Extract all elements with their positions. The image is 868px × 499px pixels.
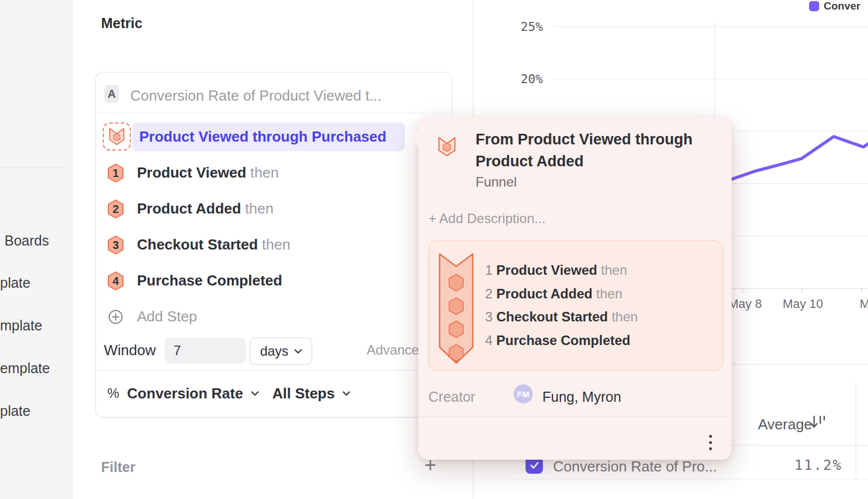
measure-type-dropdown[interactable]: Conversion Rate [127,385,243,402]
step-row-2[interactable]: Product Added then [137,200,273,217]
sort-descending-icon[interactable] [809,414,828,430]
step-3-badge: 3 [107,235,124,255]
creator-avatar: FM [514,384,533,403]
creator-name: Fung, Myron [542,389,621,405]
table-row-average-value: 11.2% [754,457,842,473]
steps-scope-dropdown[interactable]: All Steps [272,385,335,402]
selected-event-label: Product Viewed through Purchased [139,128,386,146]
left-config-panel: Metric A Conversion Rate of Product View… [73,0,473,499]
sidebar-item-template-4[interactable]: plate [0,403,30,419]
popover-title: From Product Viewed through Product Adde… [476,129,717,173]
metric-name[interactable]: Conversion Rate of Product Viewed t... [130,87,382,105]
chevron-down-icon[interactable] [342,391,350,396]
step-1-badge: 1 [107,163,124,183]
funnel-preview-card: 1 Product Viewed then 2 Product Added th… [428,241,723,371]
sidebar-item-template-1[interactable]: plate [0,275,30,291]
average-column-header[interactable]: Average [758,416,812,433]
preview-step-2: 2 Product Added then [485,286,623,302]
popover-footer-divider [418,416,732,416]
table-column-divider [856,382,856,479]
popover-type-label: Funnel [476,174,517,190]
sidebar: Boards plate mplate emplate plate [0,0,74,499]
metric-slot-badge: A [104,85,119,103]
check-icon [528,459,541,471]
conversion-line [715,137,868,186]
add-description-button[interactable]: + Add Description... [428,211,546,226]
sidebar-item-template-3[interactable]: emplate [0,360,50,376]
preview-step-4: 4 Purchase Completed [485,333,631,348]
window-value-input[interactable] [165,338,246,364]
table-row-border [507,479,868,479]
add-step-button[interactable]: Add Step [137,308,197,325]
percent-icon: % [107,385,119,401]
sidebar-item-template-2[interactable]: mplate [0,317,42,334]
step-row-4[interactable]: Purchase Completed [137,272,282,289]
popover-arrow [410,130,419,147]
chevron-down-icon [294,349,302,354]
funnel-shield-icon [108,127,125,146]
creator-label: Creator [428,389,475,405]
selected-event-pill[interactable]: Product Viewed through Purchased [133,123,405,151]
funnel-event-icon-selected[interactable] [103,123,131,151]
window-label: Window [104,342,156,359]
sidebar-item-boards[interactable]: Boards [4,233,49,249]
metric-section-title: Metric [101,15,143,31]
step-row-3[interactable]: Checkout Started then [137,236,290,253]
step-2-badge: 2 [107,199,124,219]
chevron-down-icon[interactable] [251,391,259,396]
app-root: Boards plate mplate emplate plate Metric… [0,0,868,499]
filter-section-title: Filter [101,459,135,475]
table-row-label[interactable]: Conversion Rate of Pro... [553,458,717,475]
preview-step-1: 1 Product Viewed then [485,262,627,278]
step-4-badge: 4 [107,271,124,291]
funnel-shield-icon [437,136,456,160]
measurement-footer: % Conversion Rate All Steps [96,370,451,416]
funnel-details-popover: From Product Viewed through Product Adde… [418,117,732,460]
preview-step-3: 3 Checkout Started then [485,309,638,325]
metric-card: A Conversion Rate of Product Viewed t...… [95,72,452,418]
window-unit-select[interactable]: days [250,338,312,365]
more-options-kebab-icon[interactable] [700,432,720,452]
advanced-button[interactable]: Advanced [367,342,427,358]
step-row-1[interactable]: Product Viewed then [137,164,278,182]
funnel-banner-icon [438,253,474,365]
add-step-icon[interactable] [108,310,123,326]
sidebar-divider [0,167,65,168]
